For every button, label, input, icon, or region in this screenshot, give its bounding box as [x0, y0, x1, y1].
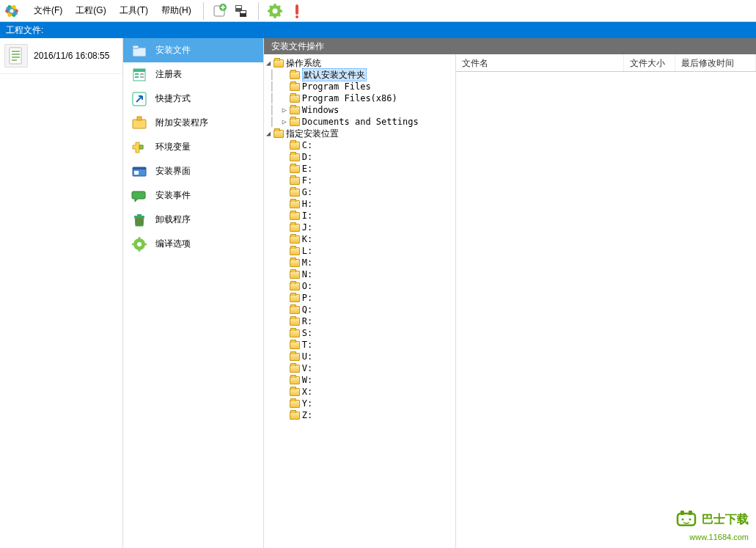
folder-icon [289, 246, 301, 256]
tree-os-child[interactable]: │ Program Files [264, 81, 455, 92]
nav-item-label: 附加安装程序 [155, 117, 208, 129]
folder-icon [289, 199, 301, 209]
svg-rect-40 [133, 167, 146, 169]
new-project-button[interactable] [210, 1, 230, 21]
svg-rect-28 [133, 48, 146, 56]
folder-icon [289, 304, 301, 315]
tree-label: C: [302, 139, 312, 151]
tree-label: R: [302, 315, 312, 327]
svg-rect-23 [10, 48, 21, 64]
tree-drive[interactable]: Z: [264, 409, 455, 421]
nav-item-label: 编译选项 [155, 238, 191, 250]
tree-label: U: [302, 351, 312, 362]
tree-drive[interactable]: Y: [264, 398, 455, 409]
menu-project[interactable]: 工程(G) [70, 1, 111, 20]
tree-toggle-icon[interactable]: ◢ [264, 57, 273, 69]
nav-item-events[interactable]: 安装事件 [123, 183, 263, 208]
col-filesize[interactable]: 文件大小 [624, 54, 675, 71]
build-button[interactable] [265, 1, 285, 21]
svg-rect-41 [134, 171, 139, 175]
folder-icon [289, 140, 301, 150]
menu-file[interactable]: 文件(F) [28, 1, 68, 20]
save-button[interactable] [232, 1, 252, 21]
nav-item-label: 安装界面 [155, 165, 191, 178]
nav-item-label: 安装文件 [155, 44, 191, 56]
tree-os-child[interactable]: │ ▷Documents and Settings [264, 116, 455, 128]
tree-drive[interactable]: P: [264, 292, 455, 304]
registry-icon [131, 66, 148, 84]
folder-icon [289, 152, 301, 162]
svg-line-20 [279, 6, 280, 7]
tree-label: L: [302, 245, 312, 257]
folder-icon [289, 257, 301, 268]
tree-drive[interactable]: L: [264, 245, 455, 257]
tree-toggle-icon[interactable]: ▷ [280, 104, 289, 116]
nav-item-ui[interactable]: 安装界面 [123, 159, 263, 183]
tree-label: Windows [302, 104, 340, 116]
tree-drive[interactable]: E: [264, 163, 455, 175]
folder-icon [289, 81, 301, 92]
nav-item-addon[interactable]: 附加安装程序 [123, 111, 263, 135]
col-filename[interactable]: 文件名 [456, 54, 624, 71]
svg-rect-43 [137, 214, 142, 216]
tree-os-child[interactable]: │ 默认安装文件夹 [264, 69, 455, 81]
tree-drive[interactable]: I: [264, 210, 455, 222]
main-area: 2016/11/6 16:08:55 安装文件注册表快捷方式附加安装程序环境变量… [0, 38, 756, 548]
tree-drive[interactable]: S: [264, 327, 455, 339]
tree-drive[interactable]: M: [264, 257, 455, 268]
tree-drive[interactable]: U: [264, 351, 455, 362]
tree-label: X: [302, 386, 312, 398]
menu-tools[interactable]: 工具(T) [114, 1, 154, 20]
folder-icon [289, 328, 301, 338]
nav-item-label: 卸载程序 [155, 213, 191, 226]
nav-item-env[interactable]: 环境变量 [123, 135, 263, 159]
nav-item-shortcut[interactable]: 快捷方式 [123, 87, 263, 111]
folder-icon [289, 222, 301, 233]
tree-drive[interactable]: G: [264, 186, 455, 198]
folder-icon [273, 128, 285, 139]
tree-drive[interactable]: V: [264, 362, 455, 374]
tree-drive[interactable]: X: [264, 386, 455, 398]
folder-icon [289, 269, 301, 280]
tree-root-drives[interactable]: ◢指定安装位置 [264, 128, 455, 139]
nav-item-registry[interactable]: 注册表 [123, 62, 263, 87]
tree-drive[interactable]: F: [264, 175, 455, 186]
tree-os-child[interactable]: │ ▷Windows [264, 104, 455, 116]
menu-help[interactable]: 帮助(H) [155, 1, 197, 20]
tree-drive[interactable]: O: [264, 280, 455, 292]
tree-drive[interactable]: D: [264, 151, 455, 163]
folder-icon [289, 175, 301, 186]
svg-rect-38 [137, 117, 142, 120]
folder-icon [289, 281, 301, 291]
svg-point-54 [689, 519, 691, 521]
tree-root-os[interactable]: ◢操作系统 [264, 57, 455, 69]
tree-toggle-icon[interactable]: ▷ [280, 116, 289, 128]
col-modified[interactable]: 最后修改时间 [675, 54, 756, 71]
header-bar: 工程文件: [0, 22, 756, 38]
nav-item-uninstall[interactable]: 卸载程序 [123, 208, 263, 232]
about-button[interactable] [287, 1, 307, 21]
tree-drive[interactable]: W: [264, 374, 455, 386]
folder-tree[interactable]: ◢操作系统 │ 默认安装文件夹 │ Program Files │ Progra… [264, 54, 456, 548]
tree-drive[interactable]: J: [264, 222, 455, 233]
tree-drive[interactable]: H: [264, 198, 455, 210]
nav-item-label: 快捷方式 [155, 92, 191, 105]
folder-icon [289, 187, 301, 197]
svg-point-45 [137, 242, 142, 246]
list-header: 文件名 文件大小 最后修改时间 [456, 54, 756, 72]
tree-drive[interactable]: N: [264, 268, 455, 280]
tree-drive[interactable]: Q: [264, 304, 455, 315]
nav-item-install-files[interactable]: 安装文件 [123, 38, 263, 62]
svg-rect-10 [241, 11, 246, 13]
tree-drive[interactable]: K: [264, 233, 455, 245]
tree-toggle-icon[interactable]: ◢ [264, 128, 273, 139]
project-item[interactable]: 2016/11/6 16:08:55 [0, 38, 122, 74]
tree-drive[interactable]: R: [264, 315, 455, 327]
content-panel: 安装文件操作 ◢操作系统 │ 默认安装文件夹 │ Program Files │… [264, 38, 756, 548]
folder-icon [289, 351, 301, 362]
nav-item-compile[interactable]: 编译选项 [123, 232, 263, 256]
tree-drive[interactable]: T: [264, 339, 455, 351]
tree-drive[interactable]: C: [264, 139, 455, 151]
tree-os-child[interactable]: │ Program Files(x86) [264, 92, 455, 104]
folder-icon [289, 234, 301, 244]
